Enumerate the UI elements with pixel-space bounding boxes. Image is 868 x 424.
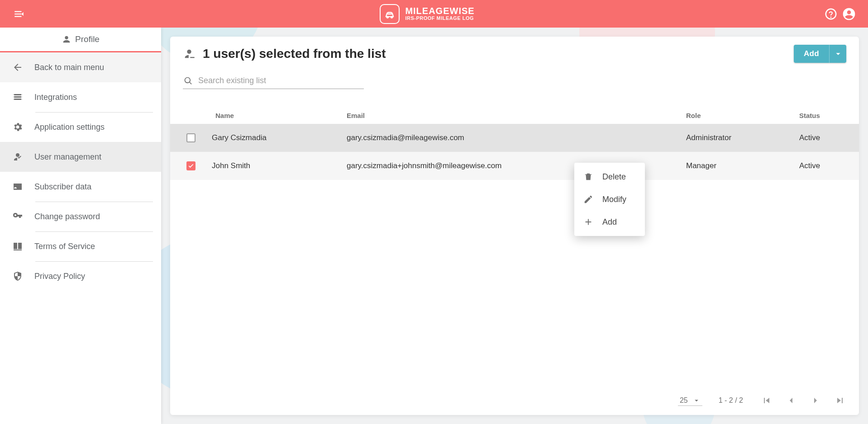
add-button[interactable]: Add: [794, 45, 829, 63]
menu-collapse-icon: [13, 8, 25, 20]
sidebar-item-privacy[interactable]: Privacy Policy: [0, 261, 161, 291]
context-delete[interactable]: Delete: [574, 165, 645, 188]
chevron-left-icon: [786, 395, 796, 406]
book-icon: [12, 241, 23, 252]
sidebar-item-user-management[interactable]: User management: [0, 142, 161, 172]
shield-icon: [12, 271, 23, 282]
page-last[interactable]: [833, 393, 847, 408]
pager: [759, 393, 847, 408]
user-management-icon: [12, 151, 23, 162]
sidebar-back-label: Back to main menu: [34, 63, 104, 72]
users-table: Name Email Role Status Gary Csizmadia ga…: [170, 107, 859, 180]
account-icon: [842, 7, 856, 21]
cell-status: Active: [796, 133, 859, 142]
page-range: 1 - 2 / 2: [719, 396, 743, 405]
row-context-menu: Delete Modify Add: [574, 163, 645, 236]
chevron-right-icon: [810, 395, 821, 406]
search-field[interactable]: [183, 74, 364, 89]
cell-name: John Smith: [212, 161, 343, 170]
cell-role: Administrator: [682, 133, 796, 142]
sidebar-item-label: Application settings: [34, 122, 105, 132]
gear-icon: [12, 122, 23, 132]
context-add[interactable]: Add: [574, 211, 645, 233]
table-row[interactable]: John Smith gary.csizmadia+johnsmith@mile…: [170, 152, 859, 180]
brand: MILEAGEWISE IRS-PROOF MILEAGE LOG: [380, 4, 474, 24]
sidebar-item-change-password[interactable]: Change password: [0, 202, 161, 231]
table-row[interactable]: Gary Csizmadia gary.csizmadia@mileagewis…: [170, 124, 859, 152]
collapse-sidebar-button[interactable]: [10, 5, 28, 23]
sidebar-item-label: Terms of Service: [34, 242, 95, 251]
page-next[interactable]: [808, 393, 823, 408]
page-last-icon: [835, 395, 845, 406]
help-button[interactable]: [822, 5, 840, 23]
page-title: 1 user(s) selected from the list: [203, 47, 386, 61]
context-delete-label: Delete: [602, 172, 626, 182]
col-email: Email: [343, 112, 682, 119]
cell-role: Manager: [682, 161, 796, 170]
row-checkbox[interactable]: [186, 161, 196, 170]
table-footer: 25 1 - 2 / 2: [170, 388, 859, 415]
dropdown-icon: [692, 396, 701, 405]
sidebar: Profile Back to main menu Integrations A…: [0, 28, 161, 424]
plus-icon: [583, 217, 593, 227]
cell-name: Gary Csizmadia: [212, 133, 343, 142]
search-input[interactable]: [197, 75, 363, 86]
page-first-icon: [761, 395, 772, 406]
col-status: Status: [796, 112, 859, 119]
brand-name: MILEAGEWISE: [405, 6, 474, 16]
chevron-down-icon: [833, 49, 843, 59]
sidebar-nav: Integrations Application settings User m…: [0, 82, 161, 291]
sidebar-item-app-settings[interactable]: Application settings: [0, 112, 161, 142]
person-icon: [62, 34, 72, 44]
sidebar-item-terms[interactable]: Terms of Service: [0, 231, 161, 261]
user-selected-icon: [183, 47, 196, 60]
integrations-icon: [12, 92, 23, 103]
context-modify-label: Modify: [602, 195, 626, 204]
main-panel: 1 user(s) selected from the list Add: [170, 37, 859, 415]
topbar: MILEAGEWISE IRS-PROOF MILEAGE LOG: [0, 0, 868, 28]
sidebar-item-label: Change password: [34, 212, 100, 221]
sidebar-item-label: Privacy Policy: [34, 272, 85, 281]
pencil-icon: [583, 194, 593, 204]
table-header: Name Email Role Status: [170, 107, 859, 124]
arrow-left-icon: [12, 62, 23, 73]
search-icon: [184, 76, 193, 85]
sidebar-back[interactable]: Back to main menu: [0, 52, 161, 82]
key-icon: [12, 211, 23, 222]
trash-icon: [583, 172, 593, 182]
sidebar-item-subscriber-data[interactable]: Subscriber data: [0, 172, 161, 202]
account-button[interactable]: [840, 5, 858, 23]
sidebar-header: Profile: [0, 28, 161, 52]
sidebar-item-label: Integrations: [34, 93, 77, 102]
brand-tagline: IRS-PROOF MILEAGE LOG: [405, 16, 474, 21]
sidebar-item-integrations[interactable]: Integrations: [0, 82, 161, 112]
help-icon: [824, 7, 838, 21]
page-size-value: 25: [680, 396, 688, 405]
add-button-label: Add: [804, 49, 819, 58]
row-checkbox[interactable]: [186, 133, 196, 142]
context-add-label: Add: [602, 217, 617, 227]
page-size-select[interactable]: 25: [678, 396, 702, 406]
context-modify[interactable]: Modify: [574, 188, 645, 211]
cell-status: Active: [796, 161, 859, 170]
sidebar-header-label: Profile: [75, 34, 100, 44]
sidebar-item-label: User management: [34, 152, 101, 162]
brand-logo-icon: [380, 4, 400, 24]
page-first[interactable]: [759, 393, 774, 408]
cell-email: gary.csizmadia@mileagewise.com: [343, 133, 682, 142]
add-dropdown-button[interactable]: [829, 45, 846, 63]
page-prev[interactable]: [784, 393, 798, 408]
col-name: Name: [212, 112, 343, 119]
id-card-icon: [12, 181, 23, 192]
col-role: Role: [682, 112, 796, 119]
add-button-group: Add: [794, 45, 846, 63]
check-icon: [188, 163, 194, 169]
sidebar-item-label: Subscriber data: [34, 182, 91, 192]
